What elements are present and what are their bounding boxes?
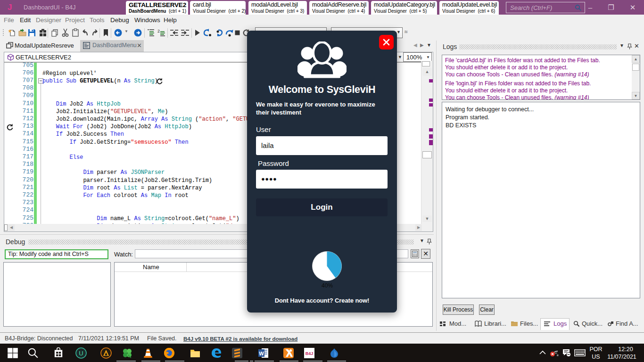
svg-text:W: W — [259, 351, 264, 356]
svg-text:B4J: B4J — [305, 351, 314, 356]
svg-text:U: U — [79, 350, 83, 357]
svg-text:2: 2 — [157, 29, 160, 33]
